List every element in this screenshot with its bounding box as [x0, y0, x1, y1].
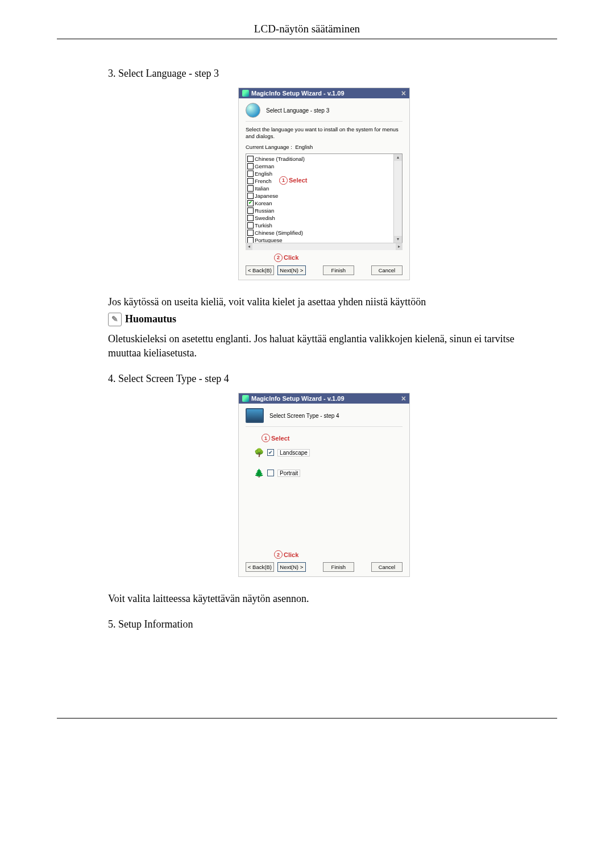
- language-option[interactable]: English: [247, 170, 392, 177]
- step4-title: 4. Select Screen Type - step 4: [108, 373, 540, 385]
- language-option[interactable]: French: [247, 177, 392, 185]
- horizontal-scrollbar[interactable]: ◂ ▸: [246, 243, 403, 250]
- next-button[interactable]: Next(N) >: [277, 562, 306, 572]
- language-option[interactable]: Turkish: [247, 222, 392, 229]
- language-checkbox[interactable]: ✔: [247, 200, 254, 206]
- callout-2-click: 2Click: [246, 254, 403, 262]
- step3-title: 3. Select Language - step 3: [108, 68, 540, 80]
- language-label: Portuguese: [255, 236, 283, 243]
- globe-icon: [246, 103, 260, 118]
- language-option[interactable]: Japanese: [247, 192, 392, 200]
- dialog3-instruction: Select the language you want to install …: [246, 126, 403, 140]
- option-portrait[interactable]: 🌲 Portrait: [254, 467, 403, 479]
- window-title: MagicInfo Setup Wizard - v.1.09: [251, 90, 345, 97]
- vertical-scrollbar[interactable]: ▴ ▾: [393, 154, 402, 243]
- next-button[interactable]: Next(N) >: [277, 265, 306, 275]
- button-row: < Back(B) Next(N) > Finish Cancel: [246, 562, 403, 572]
- language-option[interactable]: ✔Korean: [247, 200, 392, 207]
- language-checkbox[interactable]: [247, 185, 254, 192]
- cancel-button[interactable]: Cancel: [371, 265, 403, 275]
- scroll-left-icon[interactable]: ◂: [246, 243, 252, 250]
- finish-button[interactable]: Finish: [323, 562, 354, 572]
- text-after-step4: Voit valita laitteessa käytettävän näytö…: [108, 592, 540, 606]
- option-landscape[interactable]: 🌳 ✔ Landscape: [254, 447, 403, 458]
- language-checkbox[interactable]: [247, 193, 254, 199]
- language-label: German: [255, 163, 274, 170]
- language-checkbox[interactable]: [247, 156, 254, 162]
- language-label: French: [255, 177, 272, 185]
- portrait-checkbox[interactable]: [267, 470, 274, 476]
- app-icon: [242, 395, 249, 402]
- dialog4-header: Select Screen Type - step 4: [269, 413, 339, 419]
- portrait-label: Portrait: [277, 470, 300, 477]
- language-option[interactable]: Portuguese: [247, 236, 392, 243]
- language-checkbox[interactable]: [247, 163, 254, 169]
- language-option[interactable]: Russian: [247, 207, 392, 214]
- language-option[interactable]: Chinese (Traditional): [247, 155, 392, 163]
- language-checkbox[interactable]: [247, 230, 254, 236]
- cancel-button[interactable]: Cancel: [371, 562, 403, 572]
- titlebar: MagicInfo Setup Wizard - v.1.09 ×: [239, 393, 409, 404]
- close-icon[interactable]: ×: [400, 89, 407, 97]
- language-label: English: [255, 170, 272, 177]
- portrait-tree-icon: 🌲: [254, 467, 264, 479]
- close-icon[interactable]: ×: [400, 394, 407, 402]
- back-button[interactable]: < Back(B): [246, 265, 274, 275]
- finish-button[interactable]: Finish: [323, 265, 354, 275]
- callout-2-click: 2Click: [246, 550, 403, 559]
- current-language: Current Language : English: [246, 144, 403, 150]
- language-checkbox[interactable]: [247, 207, 254, 214]
- note-label: Huomautus: [125, 313, 176, 325]
- back-button[interactable]: < Back(B): [246, 562, 274, 572]
- language-label: Chinese (Simplified): [255, 229, 303, 236]
- language-option[interactable]: Chinese (Simplified): [247, 229, 392, 236]
- language-option[interactable]: Swedish: [247, 214, 392, 222]
- landscape-label: Landscape: [277, 449, 310, 456]
- window-title: MagicInfo Setup Wizard - v.1.09: [251, 395, 345, 402]
- language-listbox[interactable]: Chinese (Traditional)GermanEnglishFrench…: [246, 153, 403, 243]
- scroll-up-icon[interactable]: ▴: [394, 154, 402, 161]
- note-icon: ✎: [108, 313, 122, 326]
- language-label: Japanese: [255, 192, 278, 200]
- page-header: LCD-näytön säätäminen: [57, 23, 557, 35]
- step5-title: 5. Setup Information: [108, 618, 540, 630]
- language-label: Turkish: [255, 222, 272, 229]
- language-label: Swedish: [255, 214, 275, 222]
- callout-1-select: 1Select: [262, 434, 403, 442]
- dialog-select-screen-type: MagicInfo Setup Wizard - v.1.09 × Select…: [238, 393, 410, 577]
- landscape-tree-icon: 🌳: [254, 447, 264, 458]
- titlebar: MagicInfo Setup Wizard - v.1.09 ×: [239, 88, 409, 98]
- language-label: Korean: [255, 200, 272, 207]
- button-row: < Back(B) Next(N) > Finish Cancel: [246, 265, 403, 275]
- scroll-down-icon[interactable]: ▾: [394, 236, 402, 243]
- language-checkbox[interactable]: [247, 222, 254, 229]
- language-checkbox[interactable]: [247, 171, 254, 177]
- monitor-icon: [246, 408, 264, 423]
- dialog3-header: Select Language - step 3: [266, 107, 329, 114]
- callout-1-select: 1Select: [279, 176, 308, 185]
- app-icon: [242, 90, 249, 97]
- header-rule: [57, 39, 557, 39]
- language-checkbox[interactable]: [247, 215, 254, 221]
- language-label: Chinese (Traditional): [255, 155, 305, 163]
- note-body: Oletuskieleksi on asetettu englanti. Jos…: [108, 332, 540, 360]
- language-label: Russian: [255, 207, 274, 214]
- language-checkbox[interactable]: [247, 178, 254, 184]
- landscape-checkbox[interactable]: ✔: [267, 449, 274, 456]
- dialog-select-language: MagicInfo Setup Wizard - v.1.09 × Select…: [238, 88, 410, 280]
- language-option[interactable]: German: [247, 163, 392, 170]
- footer-rule: [57, 718, 557, 719]
- language-option[interactable]: Italian: [247, 185, 392, 192]
- scroll-right-icon[interactable]: ▸: [396, 243, 403, 250]
- language-label: Italian: [255, 185, 269, 192]
- language-checkbox[interactable]: [247, 237, 254, 243]
- text-after-step3: Jos käytössä on useita kieliä, voit vali…: [108, 295, 540, 309]
